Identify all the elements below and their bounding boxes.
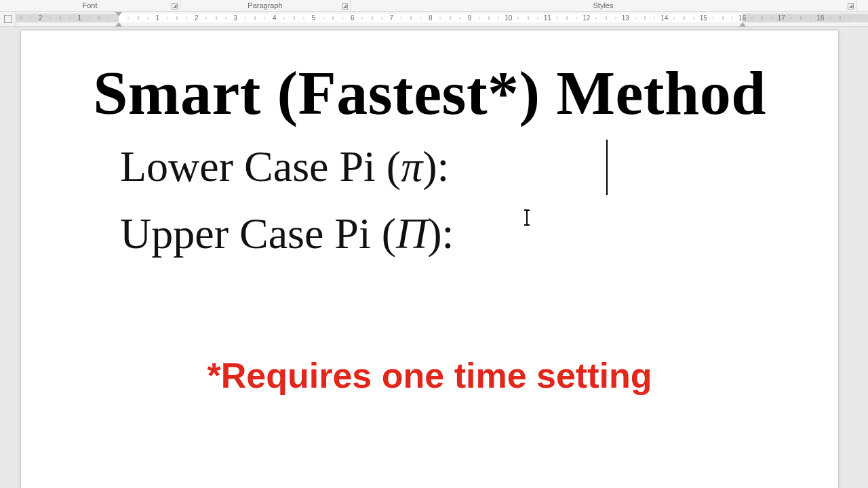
ruler-number: 16 bbox=[738, 14, 746, 22]
ruler-number: 12 bbox=[583, 14, 590, 22]
ruler-number: 5 bbox=[311, 14, 315, 22]
ruler-number: 15 bbox=[700, 14, 707, 22]
ruler-number: 17 bbox=[778, 14, 785, 22]
horizontal-ruler[interactable]: 21123456789101112131415161718 bbox=[0, 12, 868, 27]
ribbon-group-paragraph-label: Paragraph bbox=[248, 1, 282, 9]
line-lower-case-pi[interactable]: Lower Case Pi (π): bbox=[120, 133, 838, 200]
ruler-number: 4 bbox=[273, 14, 277, 22]
ruler-number: 10 bbox=[505, 14, 512, 22]
paragraph-dialog-launcher-icon[interactable]: ◢ bbox=[342, 3, 348, 9]
line2-post: ): bbox=[427, 209, 454, 258]
text-caret bbox=[606, 140, 608, 195]
ruler-number: 18 bbox=[816, 14, 824, 22]
line1-post: ): bbox=[422, 142, 449, 190]
ribbon-group-paragraph: Paragraph ◢ bbox=[180, 0, 351, 11]
document-title[interactable]: Smart (Fastest*) Method bbox=[35, 60, 825, 126]
ruler-number: 7 bbox=[389, 14, 393, 22]
ruler-number: 9 bbox=[467, 14, 471, 22]
ribbon-group-font: Font ◢ bbox=[0, 0, 180, 11]
ribbon-group-editing bbox=[856, 0, 868, 11]
ruler-number: 8 bbox=[429, 14, 433, 22]
ruler-number: 11 bbox=[544, 14, 551, 22]
line2-pre: Upper Case Pi ( bbox=[120, 209, 396, 258]
pi-upper-symbol: Π bbox=[396, 209, 427, 258]
ribbon-group-labels: Font ◢ Paragraph ◢ Styles ◢ bbox=[0, 0, 868, 12]
ruler-scale[interactable]: 21123456789101112131415161718 bbox=[16, 12, 868, 26]
footnote-text[interactable]: *Requires one time setting bbox=[21, 355, 838, 396]
line-upper-case-pi[interactable]: Upper Case Pi (Π): bbox=[120, 200, 838, 267]
document-page[interactable]: Smart (Fastest*) Method Lower Case Pi (π… bbox=[21, 30, 838, 488]
ruler-number: 6 bbox=[351, 14, 355, 22]
first-line-indent-marker[interactable] bbox=[115, 12, 122, 16]
document-workspace: Smart (Fastest*) Method Lower Case Pi (π… bbox=[0, 27, 868, 488]
ruler-number: 2 bbox=[39, 14, 43, 22]
ruler-number: 1 bbox=[155, 14, 159, 22]
styles-dialog-launcher-icon[interactable]: ◢ bbox=[848, 3, 854, 9]
font-dialog-launcher-icon[interactable]: ◢ bbox=[172, 3, 178, 9]
ruler-number: 2 bbox=[195, 14, 199, 22]
ribbon-group-font-label: Font bbox=[82, 1, 97, 9]
mouse-ibeam-cursor-icon bbox=[526, 210, 528, 225]
ribbon-group-styles: Styles ◢ bbox=[351, 0, 856, 11]
ruler-number: 1 bbox=[77, 14, 81, 22]
ruler-number: 3 bbox=[233, 14, 237, 22]
tab-selector[interactable] bbox=[0, 12, 16, 26]
right-indent-marker[interactable] bbox=[739, 22, 746, 26]
ruler-number: 14 bbox=[660, 14, 668, 22]
ruler-number: 13 bbox=[622, 14, 629, 22]
pi-lower-symbol: π bbox=[401, 142, 422, 190]
line1-pre: Lower Case Pi ( bbox=[120, 142, 401, 190]
ribbon-group-styles-label: Styles bbox=[593, 1, 614, 9]
